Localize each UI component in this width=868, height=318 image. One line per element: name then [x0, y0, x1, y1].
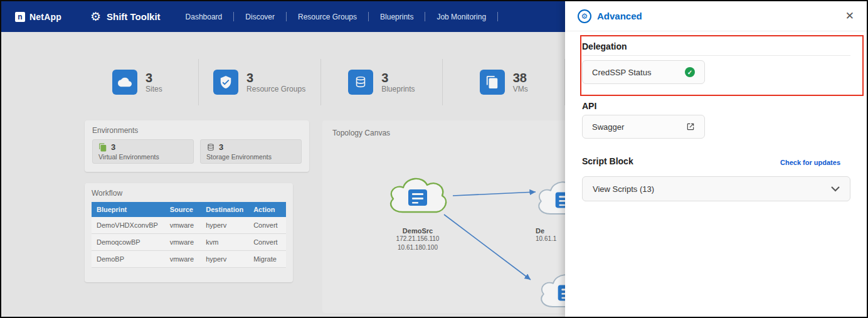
credssp-ok-icon: ✓: [685, 67, 695, 77]
nav-job-monitoring[interactable]: Job Monitoring: [425, 13, 497, 21]
env-value: 3: [111, 142, 115, 152]
database-icon: [348, 70, 373, 95]
advanced-panel-header: ⚙ Advanced ✕: [565, 1, 867, 31]
workflow-table: Blueprint Source Destination Action Demo…: [92, 202, 286, 268]
panel-title: Advanced: [597, 11, 642, 21]
cell-source: vmware: [165, 217, 201, 234]
api-heading: API: [582, 101, 596, 111]
shift-toolkit-icon: ⚙: [90, 11, 101, 23]
view-scripts-label: View Scripts (13): [593, 184, 654, 194]
nav-resource-groups[interactable]: Resource Groups: [287, 13, 368, 21]
brand-name: NetApp: [29, 12, 61, 22]
cell-blueprint: DemoqcowBP: [92, 234, 165, 251]
kpi-strip: 3 Sites 3 Resource Groups 3: [77, 59, 565, 105]
shield-check-icon: [213, 70, 238, 95]
cell-action: Convert: [248, 234, 286, 251]
stat-label: Sites: [146, 85, 162, 93]
vm-copy-icon: [480, 70, 505, 95]
cloud-icon: [112, 70, 137, 95]
stat-value: 3: [381, 71, 415, 85]
external-link-icon: [686, 122, 695, 131]
col-blueprint: Blueprint: [92, 202, 165, 217]
delegation-heading: Delegation: [582, 41, 627, 51]
table-header-row: Blueprint Source Destination Action: [92, 202, 286, 217]
nav-blueprints[interactable]: Blueprints: [369, 13, 425, 21]
stat-value: 38: [513, 71, 528, 85]
cell-destination: hyperv: [201, 251, 248, 268]
col-action: Action: [248, 202, 286, 217]
virtual-environments-item[interactable]: 3 Virtual Environments: [92, 139, 194, 164]
workflow-title: Workflow: [92, 189, 286, 198]
stat-value: 3: [246, 71, 305, 85]
stat-resource-groups: 3 Resource Groups: [199, 59, 321, 105]
node-ip: 10.61.180.100: [381, 243, 454, 252]
source-node-label: DemoSrc 172.21.156.110 10.61.180.100: [381, 227, 454, 252]
stat-label: Blueprints: [381, 85, 415, 93]
nav-divider: [497, 12, 498, 21]
node-ip: 172.21.156.110: [381, 235, 454, 243]
main-nav: Dashboard Discover Resource Groups Bluep…: [174, 1, 499, 32]
node-name: DemoSrc: [381, 227, 454, 235]
env-value: 3: [219, 142, 223, 152]
source-cloud-node[interactable]: [381, 171, 454, 225]
stat-label: Resource Groups: [246, 85, 305, 93]
credssp-status-button[interactable]: CredSSP Status ✓: [582, 60, 705, 84]
netapp-logo: n NetApp: [15, 12, 61, 22]
close-icon[interactable]: ✕: [845, 9, 854, 23]
cell-destination: kvm: [201, 234, 248, 251]
credssp-label: CredSSP Status: [592, 68, 651, 77]
chevron-down-icon: [831, 186, 840, 192]
storage-env-icon: [206, 143, 215, 152]
cell-blueprint: DemoBP: [92, 251, 165, 268]
swagger-button[interactable]: Swagger: [582, 115, 705, 139]
section-divider: [582, 55, 850, 56]
virtual-env-icon: [98, 143, 107, 152]
workflow-card: Workflow Blueprint Source Destination Ac…: [85, 183, 293, 282]
check-for-updates-link[interactable]: Check for updates: [780, 159, 840, 166]
environments-title: Environments: [92, 126, 302, 135]
advanced-panel: ⚙ Advanced ✕ Delegation CredSSP Status ✓…: [565, 1, 867, 317]
stat-label: VMs: [513, 85, 528, 93]
table-row[interactable]: DemoVHDXconvBP vmware hyperv Convert: [92, 217, 286, 234]
script-block-heading: Script Block: [582, 156, 633, 166]
app-screen: n NetApp ⚙ Shift Toolkit Dashboard Disco…: [0, 0, 868, 318]
stat-value: 3: [146, 71, 162, 85]
cell-destination: hyperv: [201, 217, 248, 234]
nav-dashboard[interactable]: Dashboard: [174, 13, 234, 21]
app-title-label: Shift Toolkit: [107, 11, 161, 22]
advanced-gear-icon: ⚙: [578, 9, 591, 23]
env-label: Storage Environments: [206, 153, 295, 161]
app-title: ⚙ Shift Toolkit: [90, 11, 161, 23]
cell-action: Convert: [248, 217, 286, 234]
stat-blueprints: 3 Blueprints: [321, 59, 443, 105]
nav-discover[interactable]: Discover: [234, 13, 286, 21]
stat-vms: 38 VMs: [443, 59, 565, 105]
stat-sites: 3 Sites: [77, 59, 199, 105]
cell-source: vmware: [165, 234, 201, 251]
table-row[interactable]: DemoBP vmware hyperv Migrate: [92, 251, 286, 268]
server-icon: [408, 189, 427, 206]
col-destination: Destination: [201, 202, 248, 217]
swagger-label: Swagger: [592, 122, 624, 132]
view-scripts-dropdown[interactable]: View Scripts (13): [582, 176, 850, 201]
col-source: Source: [165, 202, 201, 217]
netapp-logo-icon: n: [15, 12, 25, 22]
environments-card: Environments 3 Virtual Environments 3: [85, 120, 309, 172]
env-label: Virtual Environments: [98, 153, 188, 161]
table-row[interactable]: DemoqcowBP vmware kvm Convert: [92, 234, 286, 251]
cell-blueprint: DemoVHDXconvBP: [92, 217, 165, 234]
cell-source: vmware: [165, 251, 201, 268]
storage-environments-item[interactable]: 3 Storage Environments: [200, 139, 302, 164]
cell-action: Migrate: [248, 251, 286, 268]
